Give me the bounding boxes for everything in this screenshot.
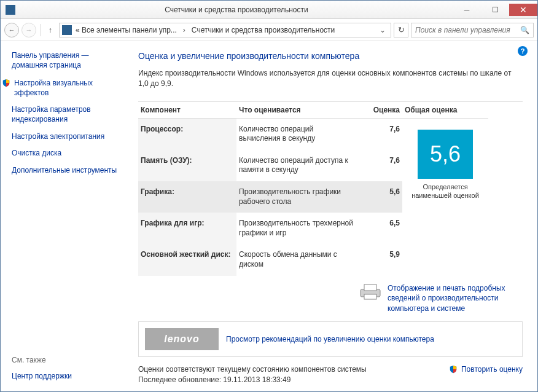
sidebar-link-label: Настройка визуальных эффектов [14,79,117,98]
table-row: 6,5 [359,213,402,244]
control-panel-icon [62,25,72,35]
breadcrumb-part1[interactable]: « Все элементы панели упр... [74,26,178,34]
shield-icon [2,79,10,87]
header-base: Общая оценка [402,102,488,119]
table-row: 5,9 [359,244,402,275]
see-also-label: См. также [12,356,72,364]
titlebar: Счетчики и средства производительности ─… [1,1,537,19]
address-bar[interactable]: « Все элементы панели упр... › Счетчики … [59,23,391,37]
page-description: Индекс производительности Windows исполь… [138,68,523,89]
forward-button[interactable]: → [21,23,36,37]
back-button[interactable]: ← [4,23,19,37]
printer-icon [359,283,381,300]
recommendation-link[interactable]: Просмотр рекомендаций по увеличению оцен… [226,334,434,345]
action-center-link[interactable]: Центр поддержки [12,372,72,380]
sidebar: Панель управления — домашняя страница На… [1,41,123,391]
print-details-link[interactable]: Отображение и печать подробных сведений … [388,283,523,314]
print-row: Отображение и печать подробных сведений … [138,283,523,314]
header-what: Что оценивается [236,102,359,119]
separator [40,24,41,36]
base-score-note: Определяется наименьшей оценкой [407,182,483,200]
rerun-label: Повторить оценку [461,364,523,375]
app-icon [6,5,15,15]
main-content: ? Оценка и увеличение производительности… [123,41,537,391]
table-row: Скорость обмена данными с диском [236,244,359,275]
sidebar-footer: См. также Центр поддержки [12,356,72,380]
chevron-right-icon[interactable]: › [181,26,188,34]
sidebar-link-visual-effects[interactable]: Настройка визуальных эффектов [12,79,117,98]
minimize-button[interactable]: ─ [453,4,481,16]
last-updated: Последнее обновление: 19.11.2013 18:33:4… [138,375,367,385]
help-icon[interactable]: ? [518,46,528,56]
search-icon[interactable]: 🔍 [520,26,529,34]
search-box[interactable]: 🔍 [411,23,534,37]
recommendation-box: lenovo Просмотр рекомендаций по увеличен… [138,321,523,357]
close-button[interactable]: ✕ [509,4,537,16]
table-row: Производительность трехмерной графики и … [236,213,359,244]
header-score: Оценка [359,102,402,119]
header-component: Компонент [138,102,236,119]
table-row: 7,6 [359,150,402,181]
sidebar-link-disk-cleanup[interactable]: Очистка диска [12,149,117,159]
status-text: Оценки соответствуют текущему состоянию … [138,364,367,375]
table-row: Графика: [138,181,236,213]
shield-icon [449,365,458,374]
search-input[interactable] [415,26,520,34]
sidebar-link-indexing[interactable]: Настройка параметров индексирования [12,105,117,124]
svg-rect-1 [364,284,376,291]
status-row: Оценки соответствуют текущему состоянию … [138,364,523,385]
score-table: Компонент Что оценивается Оценка Общая о… [138,101,523,276]
base-score-value: 5,6 [418,130,473,179]
base-score-cell: 5,6 Определяется наименьшей оценкой [402,119,488,276]
table-row: Процессор: [138,119,236,150]
table-row: Количество операций доступа к памяти в с… [236,150,359,181]
table-row: Основной жесткий диск: [138,244,236,275]
table-row: Графика для игр: [138,213,236,244]
table-row: Производительность графики рабочего стол… [236,181,359,213]
table-row: Количество операций вычисления в секунду [236,119,359,150]
chevron-down-icon[interactable]: ⌄ [377,26,388,34]
toolbar: ← → ↑ « Все элементы панели упр... › Сче… [1,19,537,41]
breadcrumb-part2[interactable]: Счетчики и средства производительности [190,26,336,34]
sidebar-home-link[interactable]: Панель управления — домашняя страница [12,51,117,70]
rerun-link[interactable]: Повторить оценку [459,364,523,375]
window-title: Счетчики и средства производительности [20,6,453,14]
table-row: 7,6 [359,119,402,150]
up-button[interactable]: ↑ [44,25,57,34]
table-row: 5,6 [359,181,402,213]
page-title: Оценка и увеличение производительности к… [138,51,523,61]
sidebar-link-tools[interactable]: Дополнительные инструменты [12,166,117,176]
oem-logo: lenovo [145,328,219,350]
table-row: Память (ОЗУ): [138,150,236,181]
refresh-button[interactable]: ↻ [394,23,408,37]
sidebar-link-power[interactable]: Настройка электропитания [12,132,117,142]
maximize-button[interactable]: ☐ [481,4,509,16]
svg-rect-2 [364,294,376,299]
